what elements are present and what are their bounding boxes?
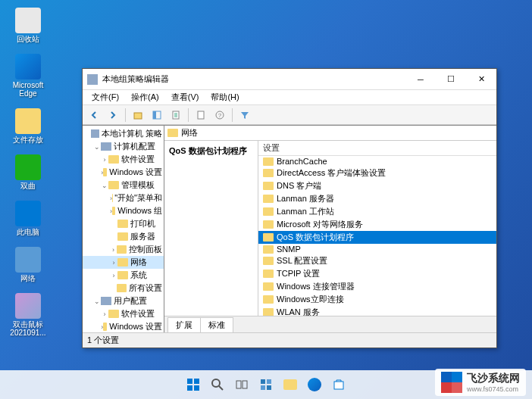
svg-rect-0 [134, 113, 142, 119]
task-view-button[interactable] [231, 374, 252, 395]
widgets-button[interactable] [255, 374, 277, 395]
properties-button[interactable] [192, 108, 209, 123]
back-button[interactable] [86, 108, 102, 123]
menu-help[interactable]: 帮助(H) [205, 90, 245, 104]
menu-file[interactable]: 文件(F) [86, 90, 125, 104]
list-pane[interactable]: 设置 BranchCacheDirectAccess 客户端体验设置DNS 客户… [258, 141, 496, 316]
tree-windows-settings[interactable]: ›Windows 设置 [83, 166, 164, 179]
folder-icon [167, 129, 178, 137]
list-item[interactable]: SSL 配置设置 [258, 254, 496, 267]
tree-system[interactable]: ›系统 [83, 269, 164, 282]
edge-taskbar-button[interactable] [304, 374, 325, 395]
policy-icon [91, 129, 99, 138]
show-hide-button[interactable] [149, 108, 165, 123]
list-item[interactable]: SNMP [258, 244, 496, 254]
titlebar[interactable]: 本地组策略编辑器 ─ ☐ ✕ [83, 69, 496, 90]
explorer-button[interactable] [280, 374, 301, 395]
up-button[interactable] [130, 108, 146, 123]
watermark-url: www.fs0745.com [467, 385, 520, 393]
folder-icon [263, 207, 274, 216]
tree-user-windows[interactable]: ›Windows 设置 [83, 320, 164, 332]
tree-network[interactable]: ›网络 [83, 256, 164, 269]
tab-standard[interactable]: 标准 [200, 317, 233, 332]
help-button[interactable]: ? [211, 108, 228, 123]
list-item[interactable]: Windows立即连接 [258, 293, 496, 306]
folder-icon [117, 245, 127, 254]
desktop-icon-edge[interactable]: Microsoft Edge [9, 54, 47, 98]
search-button[interactable] [207, 374, 228, 395]
toolbar: ? [83, 105, 496, 125]
tab-extended[interactable]: 扩展 [167, 317, 201, 332]
forward-button[interactable] [105, 108, 121, 123]
tree-server[interactable]: 服务器 [83, 230, 164, 243]
tree-printers[interactable]: 打印机 [83, 217, 164, 230]
store-button[interactable] [328, 374, 349, 395]
close-button[interactable]: ✕ [466, 69, 496, 90]
tree-windows-components[interactable]: ›Windows 组 [83, 204, 164, 217]
desktop-icon-anime[interactable]: 双击鼠标 2021091... [9, 293, 47, 337]
folder-icon [263, 270, 274, 278]
minimize-button[interactable]: ─ [405, 69, 436, 90]
desktop-icon-file-storage[interactable]: 文件存放 [9, 108, 47, 144]
svg-rect-9 [187, 385, 192, 391]
filter-button[interactable] [236, 108, 253, 123]
wechat-icon [15, 154, 41, 180]
list-item[interactable]: DNS 客户端 [258, 179, 496, 192]
list-item[interactable]: TCPIP 设置 [258, 267, 496, 280]
tree-root[interactable]: 本地计算机 策略 [83, 127, 164, 140]
main-pane: 网络 QoS 数据包计划程序 设置 BranchCacheDirectAcces… [164, 126, 496, 332]
separator [125, 108, 126, 122]
svg-rect-14 [243, 381, 247, 388]
list-item[interactable]: Lanman 工作站 [258, 205, 496, 218]
list-item[interactable]: WLAN 服务 [258, 306, 496, 316]
computer-icon [101, 142, 111, 151]
list-item-label: DirectAccess 客户端体验设置 [277, 167, 386, 179]
recycle-bin-icon [15, 8, 41, 33]
tree-admin-templates[interactable]: ⌄管理模板 [83, 179, 164, 192]
folder-icon [15, 108, 41, 134]
svg-rect-16 [267, 379, 271, 384]
folder-icon [117, 232, 128, 241]
list-item[interactable]: Windows 连接管理器 [258, 280, 496, 293]
tree-user-software[interactable]: ›软件设置 [83, 307, 164, 320]
status-text: 1 个设置 [87, 335, 119, 344]
list-item[interactable]: Lanman 服务器 [258, 192, 496, 205]
tree-pane[interactable]: 本地计算机 策略 ⌄计算机配置 ›软件设置 ›Windows 设置 ⌄管理模板 … [83, 126, 164, 332]
list-item-label: QoS 数据包计划程序 [277, 232, 354, 243]
desktop: 回收站 Microsoft Edge 文件存放 双曲 此电脑 网络 双击鼠标 2… [0, 0, 532, 399]
desktop-icon-wechat[interactable]: 双曲 [9, 154, 47, 190]
selected-heading: QoS 数据包计划程序 [169, 145, 253, 157]
list-item-label: Lanman 工作站 [277, 206, 334, 217]
tree-computer-config[interactable]: ⌄计算机配置 [83, 140, 164, 153]
tree-user-config[interactable]: ⌄用户配置 [83, 295, 164, 307]
tree-all-settings[interactable]: 所有设置 [83, 282, 164, 295]
desktop-icon-network[interactable]: 网络 [9, 247, 47, 282]
list-item[interactable]: BranchCache [258, 156, 496, 167]
maximize-button[interactable]: ☐ [436, 69, 466, 90]
svg-rect-13 [236, 381, 241, 388]
window-title: 本地组策略编辑器 [102, 73, 405, 85]
list-item-label: TCPIP 设置 [277, 268, 320, 279]
desktop-icons: 回收站 Microsoft Edge 文件存放 双曲 此电脑 网络 双击鼠标 2… [9, 8, 47, 337]
list-item[interactable]: QoS 数据包计划程序 [258, 231, 496, 244]
export-button[interactable] [167, 108, 184, 123]
folder-icon [103, 168, 107, 176]
menubar: 文件(F) 操作(A) 查看(V) 帮助(H) [83, 90, 496, 105]
list-item[interactable]: DirectAccess 客户端体验设置 [258, 167, 496, 179]
tree-start-menu[interactable]: ›"开始"菜单和 [83, 192, 164, 204]
menu-action[interactable]: 操作(A) [125, 90, 165, 104]
menu-view[interactable]: 查看(V) [165, 90, 205, 104]
image-icon [15, 293, 41, 319]
svg-rect-19 [334, 382, 343, 389]
tree-software-settings[interactable]: ›软件设置 [83, 153, 164, 166]
tree-control-panel[interactable]: ›控制面板 [83, 243, 164, 256]
tab-strip: 扩展 标准 [164, 316, 496, 332]
user-icon [101, 297, 111, 305]
network-icon [15, 247, 41, 273]
list-header[interactable]: 设置 [258, 141, 496, 156]
desktop-icon-this-pc[interactable]: 此电脑 [9, 201, 47, 236]
start-button[interactable] [183, 374, 204, 395]
desktop-icon-recycle-bin[interactable]: 回收站 [9, 8, 47, 43]
list-item[interactable]: Microsoft 对等网络服务 [258, 218, 496, 231]
svg-point-11 [212, 379, 220, 387]
